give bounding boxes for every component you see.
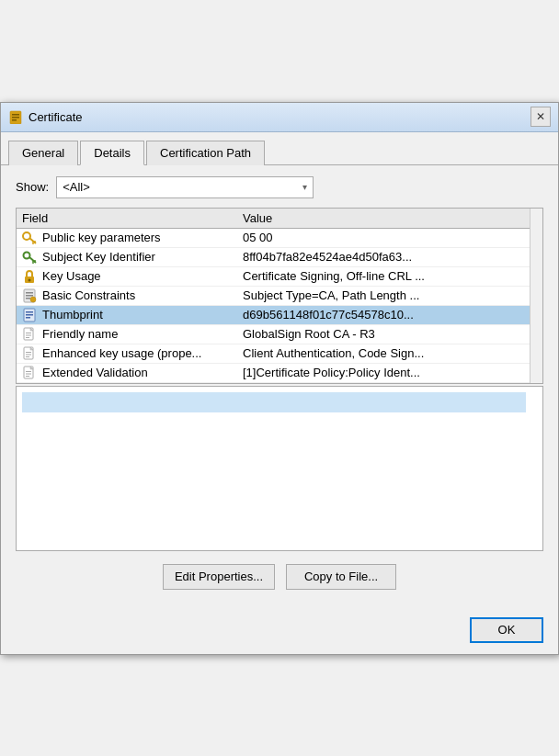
- key-icon: [20, 250, 39, 265]
- tabs-bar: General Details Certification Path: [1, 132, 558, 164]
- field-value: 8ff04b7fa82e4524ae4d50fa63...: [243, 250, 526, 264]
- svg-rect-31: [26, 354, 31, 355]
- svg-rect-35: [26, 371, 31, 372]
- tab-details-content: Show: <All> ▾ Field Value: [1, 164, 558, 610]
- svg-point-13: [29, 278, 31, 281]
- col-header-value: Value: [243, 211, 524, 225]
- svg-rect-17: [26, 298, 30, 299]
- svg-rect-1: [12, 114, 19, 116]
- field-value: GlobalSign Root CA - R3: [243, 327, 526, 341]
- field-label: Subject Key Identifier: [42, 250, 243, 264]
- lock-icon: [20, 269, 39, 284]
- field-value: d69b561148f01c77c54578c10...: [243, 308, 526, 322]
- close-button[interactable]: ✕: [530, 107, 551, 127]
- svg-rect-15: [26, 292, 33, 294]
- tab-certification-path[interactable]: Certification Path: [146, 141, 265, 165]
- certificate-dialog: Certificate ✕ General Details Certificat…: [0, 102, 559, 655]
- doc-icon: [20, 327, 39, 342]
- show-dropdown[interactable]: <All> ▾: [56, 176, 314, 198]
- field-value: Certificate Signing, Off-line CRL ...: [243, 269, 526, 283]
- value-detail-area: [16, 386, 543, 551]
- field-value: [1]Certificate Policy:Policy Ident...: [243, 366, 526, 379]
- svg-point-18: [30, 297, 36, 302]
- window-title: Certificate: [29, 110, 530, 124]
- table-row[interactable]: Thumbprint d69b561148f01c77c54578c10...: [17, 306, 530, 325]
- doc-icon: [20, 366, 39, 380]
- field-table: Field Value Pub: [16, 208, 543, 384]
- show-row: Show: <All> ▾: [16, 176, 543, 198]
- title-bar: Certificate ✕: [1, 103, 558, 132]
- table-row[interactable]: Enhanced key usage (prope... Client Auth…: [17, 344, 530, 364]
- svg-rect-27: [26, 337, 29, 338]
- field-label: Public key parameters: [42, 231, 243, 244]
- field-value: Subject Type=CA, Path Length ...: [243, 288, 526, 302]
- ok-row: OK: [1, 610, 558, 654]
- edit-properties-button[interactable]: Edit Properties...: [163, 564, 275, 590]
- svg-rect-25: [26, 333, 31, 333]
- field-label: Basic Constraints: [42, 288, 243, 302]
- tab-general[interactable]: General: [8, 141, 78, 165]
- svg-point-8: [24, 252, 30, 258]
- svg-rect-2: [12, 117, 19, 118]
- svg-rect-30: [26, 352, 31, 353]
- action-buttons: Edit Properties... Copy to File...: [16, 564, 543, 590]
- show-label: Show:: [16, 180, 49, 194]
- svg-rect-37: [26, 376, 29, 377]
- svg-rect-26: [26, 334, 31, 335]
- table-row[interactable]: Basic Constraints Subject Type=CA, Path …: [17, 287, 530, 306]
- table-row[interactable]: Key Usage Certificate Signing, Off-line …: [17, 267, 530, 287]
- thumbprint-icon: [20, 308, 39, 322]
- cert-icon: [20, 288, 39, 303]
- table-row[interactable]: Subject Key Identifier 8ff04b7fa82e4524a…: [17, 248, 530, 267]
- table-body: Public key parameters 05 00 S: [17, 229, 530, 383]
- svg-rect-36: [26, 373, 31, 374]
- field-value: Client Authentication, Code Sign...: [243, 346, 526, 360]
- selected-value-highlight: [22, 392, 526, 412]
- table-row[interactable]: Friendly name GlobalSign Root CA - R3: [17, 325, 530, 344]
- svg-rect-3: [12, 119, 17, 121]
- svg-rect-32: [26, 356, 29, 357]
- key-icon: [20, 231, 39, 245]
- show-dropdown-value: <All>: [63, 180, 90, 194]
- table-header: Field Value: [17, 209, 530, 229]
- field-label: Friendly name: [42, 327, 243, 341]
- col-header-field: Field: [22, 211, 243, 225]
- doc-icon: [20, 346, 39, 361]
- field-label: Extended Validation: [42, 366, 243, 379]
- field-label: Enhanced key usage (prope...: [42, 346, 243, 360]
- table-scrollbar[interactable]: [530, 209, 542, 383]
- field-value: 05 00: [243, 231, 526, 244]
- tab-details[interactable]: Details: [80, 141, 144, 165]
- copy-to-file-button[interactable]: Copy to File...: [286, 564, 396, 590]
- svg-rect-21: [26, 314, 33, 316]
- chevron-down-icon: ▾: [302, 182, 307, 192]
- table-row[interactable]: Public key parameters 05 00: [17, 229, 530, 248]
- field-label: Thumbprint: [42, 308, 243, 322]
- table-row[interactable]: Extended Validation [1]Certificate Polic…: [17, 364, 530, 383]
- window-icon: [8, 109, 23, 124]
- table-inner: Field Value Pub: [17, 209, 530, 383]
- field-label: Key Usage: [42, 269, 243, 283]
- ok-button[interactable]: OK: [470, 617, 543, 643]
- svg-rect-22: [26, 317, 30, 319]
- svg-rect-20: [26, 311, 33, 313]
- svg-rect-16: [26, 295, 33, 297]
